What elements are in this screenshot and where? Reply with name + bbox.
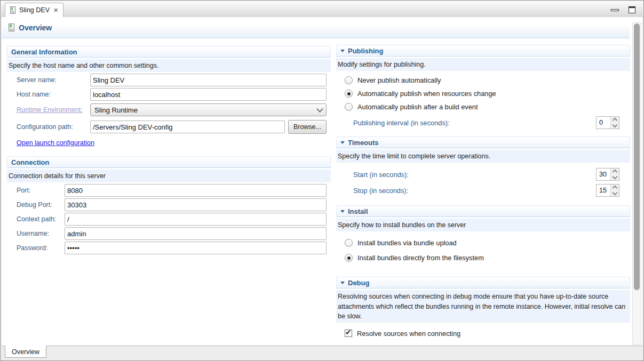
port-input[interactable]	[65, 184, 327, 197]
host-name-row: Host name:	[7, 88, 331, 101]
configuration-path-label: Configuration path:	[17, 123, 90, 131]
stepper-arrows[interactable]	[610, 169, 619, 180]
collapse-twistie-icon[interactable]	[340, 141, 345, 144]
publish-option-never: Never publish automatically	[336, 76, 630, 84]
debug-port-row: Debug Port:	[7, 198, 331, 211]
section-general-information: General Information	[7, 46, 331, 58]
section-title: Debug	[348, 279, 369, 287]
password-field[interactable]	[65, 242, 327, 254]
resolve-sources-row: Resolve sources when connecting	[336, 330, 630, 338]
timeouts-description: Specify the time limit to complete serve…	[336, 150, 630, 163]
install-description: Specify how to install bundles on the se…	[336, 219, 630, 231]
scrollbar-thumb[interactable]	[634, 23, 640, 290]
host-name-input[interactable]	[90, 88, 327, 101]
stop-timeout-stepper[interactable]: 15	[596, 184, 619, 197]
form-header: Overview	[2, 17, 630, 38]
tab-overview[interactable]: Overview	[5, 346, 46, 358]
server-name-label: Server name:	[17, 76, 90, 84]
page-title: Overview	[19, 23, 52, 32]
publish-option-build-event: Automatically publish after a build even…	[336, 103, 630, 111]
publishing-interval-stepper[interactable]: 0	[596, 116, 619, 129]
section-title: Timeouts	[348, 139, 379, 147]
radio-button[interactable]	[345, 103, 353, 111]
stop-timeout-row: Stop (in seconds): 15	[336, 184, 630, 197]
section-debug[interactable]: Debug	[336, 277, 630, 288]
username-row: Username:	[7, 227, 331, 240]
publishing-interval-row: Publishing interval (in seconds): 0	[336, 116, 630, 129]
section-timeouts[interactable]: Timeouts	[336, 137, 630, 148]
stepper-value[interactable]: 15	[597, 184, 610, 196]
context-path-row: Context path:	[7, 213, 331, 226]
host-name-label: Host name:	[17, 91, 90, 98]
collapse-twistie-icon[interactable]	[340, 210, 345, 213]
collapse-twistie-icon[interactable]	[340, 282, 345, 284]
configuration-path-input[interactable]	[90, 121, 285, 133]
open-launch-configuration-link[interactable]: Open launch configuration	[17, 139, 94, 147]
server-name-input[interactable]	[90, 74, 327, 86]
stepper-arrows[interactable]	[610, 184, 619, 196]
runtime-environment-value: Sling Runtime	[94, 106, 138, 114]
arrow-down-icon[interactable]	[613, 123, 618, 128]
context-path-label: Context path:	[17, 215, 65, 223]
radio-label[interactable]: Never publish automatically	[357, 76, 441, 84]
section-title: Connection	[11, 158, 50, 166]
stop-timeout-label: Stop (in seconds):	[353, 187, 408, 195]
port-label: Port:	[17, 187, 65, 194]
password-row: Password:	[7, 242, 331, 254]
publishing-interval-label: Publishing interval (in seconds):	[353, 119, 450, 127]
section-title: Install	[348, 207, 368, 215]
stepper-value[interactable]: 30	[597, 169, 610, 180]
section-connection: Connection	[7, 156, 331, 168]
runtime-environment-row: Runtime Environment: Sling Runtime	[7, 103, 331, 116]
start-timeout-label: Start (in seconds):	[353, 171, 409, 179]
install-option-filesystem: Install bundles directly from the filesy…	[336, 254, 630, 262]
password-label: Password:	[17, 244, 65, 252]
radio-button[interactable]	[345, 239, 353, 247]
radio-button[interactable]	[345, 76, 353, 84]
tab-sling-dev[interactable]: Sling DEV ✕	[5, 3, 63, 17]
server-icon	[9, 23, 14, 31]
username-field[interactable]	[65, 227, 327, 240]
start-timeout-stepper[interactable]: 30	[596, 168, 619, 181]
arrow-down-icon[interactable]	[613, 174, 618, 180]
close-icon[interactable]: ✕	[53, 7, 58, 13]
radio-label[interactable]: Automatically publish when resources cha…	[357, 90, 496, 98]
section-title: Publishing	[348, 47, 383, 55]
checkbox-label[interactable]: Resolve sources when connecting	[357, 330, 460, 338]
general-description: Specify the host name and other common s…	[7, 59, 331, 72]
debug-port-input[interactable]	[65, 198, 327, 211]
maximize-icon[interactable]	[629, 6, 635, 13]
radio-label[interactable]: Automatically publish after a build even…	[357, 103, 478, 111]
minimize-icon[interactable]	[611, 9, 619, 11]
debug-description: Resolving sources when connecting in deb…	[336, 290, 630, 322]
left-column: General Information Specify the host nam…	[7, 46, 331, 254]
publishing-description: Modify settings for publishing.	[336, 58, 630, 71]
runtime-environment-select[interactable]: Sling Runtime	[90, 103, 327, 116]
publish-option-resources-change: Automatically publish when resources cha…	[336, 90, 630, 98]
open-launch-row: Open launch configuration	[7, 139, 331, 147]
collapse-twistie-icon[interactable]	[340, 50, 345, 52]
right-column: Publishing Modify settings for publishin…	[336, 45, 630, 338]
arrow-down-icon[interactable]	[613, 190, 618, 196]
resolve-sources-checkbox[interactable]	[345, 330, 352, 337]
radio-label[interactable]: Install bundles via bundle upload	[357, 239, 457, 247]
stepper-value[interactable]: 0	[597, 117, 610, 129]
section-title: General Information	[11, 48, 77, 56]
browse-button[interactable]: Browse...	[288, 120, 327, 134]
stepper-arrows[interactable]	[610, 117, 619, 129]
editor-area: Overview General Information Specify the…	[2, 17, 642, 346]
editor-tab-strip: Sling DEV ✕	[1, 1, 643, 18]
radio-label[interactable]: Install bundles directly from the filesy…	[357, 254, 484, 262]
install-option-upload: Install bundles via bundle upload	[336, 239, 630, 247]
vertical-scrollbar[interactable]	[632, 22, 641, 345]
section-publishing[interactable]: Publishing	[336, 45, 630, 57]
start-timeout-row: Start (in seconds): 30	[336, 168, 630, 181]
radio-button[interactable]	[345, 254, 353, 262]
debug-port-label: Debug Port:	[17, 201, 65, 208]
section-install[interactable]: Install	[336, 205, 630, 217]
radio-button[interactable]	[345, 90, 353, 98]
chevron-down-icon	[316, 106, 323, 113]
runtime-environment-link[interactable]: Runtime Environment:	[17, 106, 90, 114]
context-path-input[interactable]	[65, 213, 327, 226]
port-row: Port:	[7, 184, 331, 197]
